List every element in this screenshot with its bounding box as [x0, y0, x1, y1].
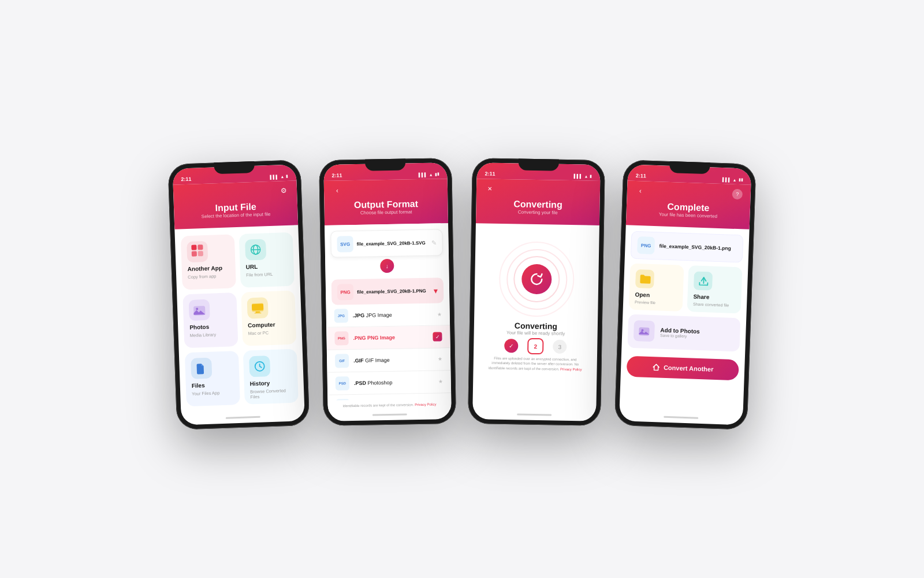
open-icon: [635, 269, 654, 288]
steps-row: ✓ 2 3: [504, 338, 567, 355]
photos-icon-wrap: [189, 299, 210, 321]
screen-2-subtitle: Choose file output format: [333, 209, 440, 216]
signal-icon-2: ▌▌▌: [419, 172, 427, 176]
header-nav-1: ⚙: [181, 186, 289, 199]
step-2-active: 2: [527, 338, 543, 354]
open-label: Open: [635, 291, 677, 299]
home-indicator-1: [226, 416, 260, 418]
svg-rect-9: [254, 313, 261, 314]
jpg-format-icon: JPG: [334, 309, 348, 323]
another-app-sublabel: Copy from app: [188, 273, 230, 280]
back-button-2[interactable]: ‹: [332, 185, 342, 195]
status-time-3: 2:11: [485, 171, 495, 176]
gif-label: .GIF GIF Image: [353, 357, 433, 364]
status-icons-2: ▌▌▌ ▲ ▮▮: [419, 172, 439, 177]
phone-4: 2:11 ▌▌▌ ▲ ▮▮ ‹ ? Complete Your file has…: [614, 160, 757, 430]
edit-icon[interactable]: ✎: [431, 239, 436, 246]
header-nav-2: ‹: [332, 183, 439, 195]
home-icon: [652, 363, 660, 371]
complete-file-name: file_example_SVG_20kB-1.png: [659, 243, 731, 251]
card-files[interactable]: Files Your Files App: [185, 351, 240, 406]
status-time-1: 2:11: [181, 176, 191, 183]
battery-icon-2: ▮▮: [434, 172, 439, 176]
share-button[interactable]: Share Share converted file: [687, 265, 743, 313]
format-item-jpg[interactable]: JPG .JPG JPG Image ★: [326, 303, 450, 328]
spinner-container: [498, 241, 575, 317]
notch-1: [214, 161, 255, 174]
share-icon: [694, 272, 713, 291]
input-file-name: file_example_SVG_20kB-1.SVG: [357, 240, 431, 246]
jpg-label: .JPG JPG Image: [353, 312, 433, 318]
computer-label: Computer: [248, 321, 290, 329]
screen-3-subtitle: Converting your file: [484, 209, 591, 216]
history-icon-wrap: [249, 355, 270, 377]
add-photos-icon: [634, 320, 655, 342]
output-file-bar[interactable]: PNG file_example_SVG_20kB-1.PNG ▾: [331, 277, 444, 305]
format-item-png[interactable]: PNG .PNG PNG Image ✓: [326, 325, 450, 350]
header-4: ‹ ? Complete Your file has been converte…: [626, 180, 751, 229]
battery-icon-4: ▮▮: [739, 177, 743, 182]
format-item-psd[interactable]: PSD .PSD Photoshop ★: [327, 370, 452, 395]
png-check-icon: ✓: [433, 332, 442, 341]
help-button-4[interactable]: ?: [732, 189, 743, 200]
header-2: ‹ Output Format Choose file output forma…: [324, 179, 448, 225]
svg-rect-0: [191, 244, 196, 250]
card-computer[interactable]: Computer Mac or PC: [241, 291, 296, 346]
settings-icon[interactable]: ⚙: [278, 186, 289, 197]
card-photos[interactable]: Photos Media Library: [182, 292, 238, 348]
format-item-gif[interactable]: GIF .GIF GIF Image ★: [327, 348, 451, 373]
converting-text-area: Converting Your file will be ready short…: [506, 321, 565, 336]
status-icons-4: ▌▌▌ ▲ ▮▮: [722, 177, 743, 182]
gif-star: ★: [438, 356, 442, 362]
card-history[interactable]: History Browse Converted Files: [243, 349, 299, 405]
png-format-icon: PNG: [334, 331, 348, 345]
photos-sublabel: Media Library: [190, 331, 232, 338]
wifi-icon-4: ▲: [733, 177, 737, 181]
files-icon-wrap: [191, 358, 212, 379]
close-button-3[interactable]: ✕: [485, 183, 495, 194]
output-format-body: SVG file_example_SVG_20kB-1.SVG ✎ ↓ PNG …: [325, 223, 452, 412]
photos-label: Photos: [189, 323, 232, 331]
files-sublabel: Your Files App: [192, 390, 234, 397]
gif-format-icon: GIF: [335, 354, 349, 368]
header-nav-4: ‹ ?: [635, 186, 743, 199]
input-file-body: Another App Copy from app URL: [174, 225, 304, 416]
url-label: URL: [245, 262, 288, 271]
output-file-name: file_example_SVG_20kB-1.PNG: [357, 288, 434, 294]
psd-format-icon: PSD: [336, 376, 349, 390]
card-another-app[interactable]: Another App Copy from app: [181, 234, 236, 290]
open-sublabel: Preview file: [635, 300, 677, 306]
phone-3: 2:11 ▌▌▌ ▲ ▮ ✕ Converting Converting you…: [468, 158, 605, 426]
status-time-4: 2:11: [636, 173, 646, 179]
svg-rect-8: [255, 312, 260, 313]
status-time-2: 2:11: [331, 172, 342, 178]
download-arrow-icon[interactable]: ↓: [380, 259, 394, 273]
phone-2: 2:11 ▌▌▌ ▲ ▮▮ ‹ Output Format Choose fil…: [319, 158, 456, 426]
jpg-star: ★: [437, 311, 442, 317]
step-3-inactive: 3: [553, 340, 567, 354]
add-to-photos-button[interactable]: Add to Photos Save to gallery: [627, 314, 740, 352]
open-button[interactable]: Open Preview file: [629, 264, 684, 312]
input-file-bar[interactable]: SVG file_example_SVG_20kB-1.SVG ✎: [330, 229, 443, 257]
wifi-icon: ▲: [280, 175, 284, 179]
svg-rect-3: [198, 251, 203, 256]
converting-sublabel: Your file will be ready shortly: [506, 330, 565, 336]
notch-3: [519, 158, 559, 171]
privacy-link-3[interactable]: Privacy Policy: [560, 368, 582, 372]
input-file-icon: SVG: [337, 236, 353, 252]
card-url[interactable]: URL File from URL: [239, 232, 295, 288]
signal-icon: ▌▌▌: [270, 175, 278, 179]
psd-label: .PSD Photoshop: [354, 379, 434, 386]
complete-body-wrap: PNG file_example_SVG_20kB-1.png: [620, 225, 750, 416]
files-icon: [193, 360, 210, 377]
privacy-link-2[interactable]: Privacy Policy: [415, 402, 436, 406]
add-photos-text: Add to Photos Save to gallery: [660, 327, 700, 339]
back-button-4[interactable]: ‹: [635, 186, 646, 197]
convert-another-button[interactable]: Convert Another: [627, 356, 739, 381]
computer-icon: [249, 299, 266, 316]
another-app-icon: [189, 242, 206, 261]
expand-icon[interactable]: ▾: [434, 286, 438, 295]
history-sublabel: Browse Converted Files: [250, 388, 293, 400]
computer-sublabel: Mac or PC: [248, 329, 290, 336]
wifi-icon-2: ▲: [429, 172, 433, 176]
